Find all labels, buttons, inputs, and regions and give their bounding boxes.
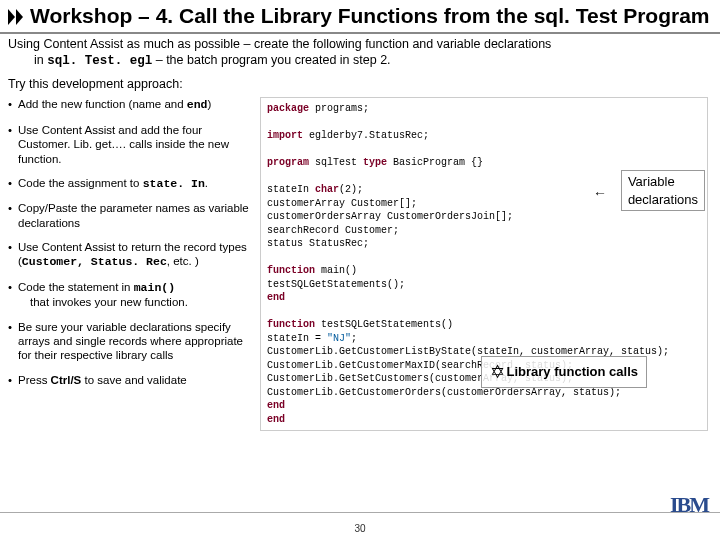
bullet-item: •Use Content Assist and add the four Cus… xyxy=(8,123,254,166)
annotation-variable-declarations: Variabledeclarations xyxy=(621,170,705,211)
bullet-list: •Add the new function (name and end) •Us… xyxy=(0,97,260,431)
approach-heading: Try this development approach: xyxy=(0,73,720,97)
code-editor: package programs; import eglderby7.Statu… xyxy=(260,97,708,431)
svg-marker-0 xyxy=(8,9,15,25)
bullet-item: •Code the statement in main()that invoke… xyxy=(8,280,254,310)
footer: 30 xyxy=(0,512,720,538)
svg-marker-1 xyxy=(16,9,23,25)
bullet-item: •Press Ctrl/S to save and validate xyxy=(8,373,254,387)
content-columns: •Add the new function (name and end) •Us… xyxy=(0,97,720,431)
bullet-item: •Add the new function (name and end) xyxy=(8,97,254,112)
slide-header: Workshop – 4. Call the Library Functions… xyxy=(0,0,720,34)
arrow-icon: ← xyxy=(593,184,607,203)
star-icon: ✡ xyxy=(490,362,505,382)
intro-text: Using Content Assist as much as possible… xyxy=(0,34,720,73)
bullet-item: •Be sure your variable declarations spec… xyxy=(8,320,254,363)
bullet-item: •Code the assignment to state. In. xyxy=(8,176,254,191)
bullet-item: •Copy/Paste the parameter names as varia… xyxy=(8,201,254,230)
page-number: 30 xyxy=(354,523,365,534)
bullet-item: •Use Content Assist to return the record… xyxy=(8,240,254,270)
play-icon xyxy=(8,6,26,30)
annotation-library-calls: ✡Library function calls xyxy=(481,356,647,388)
slide-title: Workshop – 4. Call the Library Functions… xyxy=(8,4,712,30)
